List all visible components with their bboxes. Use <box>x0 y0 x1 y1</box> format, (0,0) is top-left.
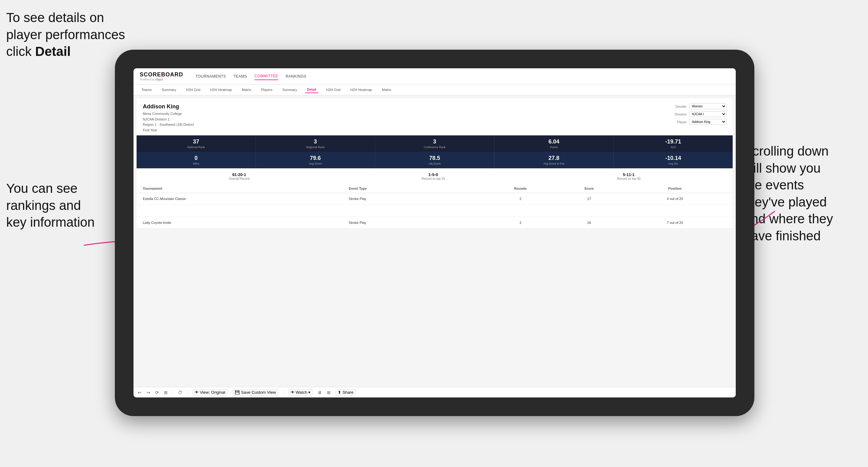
grid-icon[interactable]: ⊞ <box>327 390 331 395</box>
division-select[interactable]: NJCAA I NJCAA II <box>689 111 726 117</box>
subnav-h2h-heatmap[interactable]: H2H Heatmap <box>208 87 234 93</box>
avg-sg-value: -10.14 <box>616 155 730 161</box>
gender-select[interactable]: Women Men <box>689 103 726 109</box>
record-top50: 5-11-1 Record vs top 50 <box>617 172 641 180</box>
th-score: Score <box>555 187 623 190</box>
subnav-h2h-grid[interactable]: H2H Grid <box>184 87 202 93</box>
th-event: Event Type <box>349 187 486 190</box>
toolbar-separator-1 <box>173 390 173 395</box>
avg-score-label: Avg Score <box>258 162 372 165</box>
logo-area: SCOREBOARD Powered by clippd <box>140 71 183 81</box>
app-header: SCOREBOARD Powered by clippd TOURNAMENTS… <box>133 68 736 85</box>
sos-label: SoS <box>616 146 730 149</box>
wins-label: Wins <box>139 162 253 165</box>
view-original-btn[interactable]: 👁 View: Original <box>192 389 227 396</box>
stat-avg-score-to-par: 27.8 Avg Score to Par <box>495 152 614 168</box>
share-btn[interactable]: ⬆ Share <box>336 389 355 396</box>
td-position-2: 7 out of 20 <box>623 221 726 224</box>
redo-icon[interactable]: ↪ <box>147 390 150 395</box>
record-top25: 1-5-0 Record vs top 25 <box>422 172 445 180</box>
stat-conference-rank: 3 Conference Rank <box>375 135 494 152</box>
clock-icon[interactable]: ⏱ <box>178 390 182 395</box>
sub-nav: Teams Summary H2H Grid H2H Heatmap Matri… <box>133 85 736 95</box>
avg-score-value: 79.6 <box>258 155 372 161</box>
subnav-matrix2[interactable]: Matrix <box>380 87 393 93</box>
stat-avg-sg: -10.14 Avg SG <box>614 152 733 168</box>
record-top25-label: Record vs top 25 <box>422 177 445 180</box>
avg-score-to-par-value: 27.8 <box>497 155 611 161</box>
subnav-summary2[interactable]: Summary <box>281 87 299 93</box>
nav-tournaments[interactable]: TOURNAMENTS <box>195 73 226 80</box>
record-top50-label: Record vs top 50 <box>617 177 641 180</box>
th-rounds: Rounds <box>486 187 555 190</box>
logo-powered: Powered by clippd <box>140 78 183 81</box>
table-row: Estella CC-Mountain Classic Stroke Play … <box>136 193 733 205</box>
nav-rankings[interactable]: RANKINGS <box>286 73 306 80</box>
nav-committee[interactable]: COMMITTEE <box>254 73 278 80</box>
refresh-icon[interactable]: ⟳ <box>155 390 159 395</box>
save-custom-view-btn[interactable]: 💾 Save Custom View <box>232 389 278 396</box>
logo-scoreboard: SCOREBOARD <box>140 71 183 78</box>
conference-rank-value: 3 <box>377 138 491 145</box>
subnav-h2h-grid2[interactable]: H2H Grid <box>324 87 342 93</box>
avg-sg-label: Avg SG <box>616 162 730 165</box>
subnav-players[interactable]: Players <box>259 87 274 93</box>
subnav-detail[interactable]: Detail <box>305 86 318 93</box>
td-score-0: 17 <box>555 197 623 200</box>
player-name: Addison King <box>143 103 194 110</box>
subnav-summary[interactable]: Summary <box>160 87 178 93</box>
gender-row: Gender Women Men <box>670 103 726 109</box>
td-rounds-0: 2 <box>486 197 555 200</box>
td-tournament-0: Estella CC-Mountain Classic <box>143 197 349 200</box>
record-row: 91-20-1 Overall Record 1-5-0 Record vs t… <box>136 168 733 184</box>
stat-sos: -19.71 SoS <box>614 135 733 152</box>
subnav-matrix[interactable]: Matrix <box>240 87 253 93</box>
sos-value: -19.71 <box>616 138 730 145</box>
td-event-0: Stroke Play <box>349 197 486 200</box>
overall-record-label: Overall Record <box>229 177 250 180</box>
tablet-screen: SCOREBOARD Powered by clippd TOURNAMENTS… <box>133 68 736 398</box>
table-row-2: Lady Coyote Invite Stroke Play 2 16 7 ou… <box>136 217 733 228</box>
td-tournament-2: Lady Coyote Invite <box>143 221 349 224</box>
undo-icon[interactable]: ↩ <box>138 390 142 395</box>
player-region: Region 1 - Southwest (18) District <box>143 122 194 128</box>
stat-adj-score: 78.5 Adj Score <box>375 152 494 168</box>
stat-points: 6.04 Points <box>495 135 614 152</box>
watch-btn[interactable]: 👁 Watch ▾ <box>288 389 313 396</box>
points-value: 6.04 <box>497 138 611 145</box>
overall-record-value: 91-20-1 <box>229 172 250 177</box>
wins-value: 0 <box>139 155 253 161</box>
player-select[interactable]: Addison King <box>689 119 726 125</box>
td-event-2: Stroke Play <box>349 221 486 224</box>
copy-icon[interactable]: ⊞ <box>164 390 168 395</box>
player-row: Player Addison King <box>670 119 726 125</box>
monitor-icon[interactable]: 🖥 <box>318 390 322 395</box>
overall-record: 91-20-1 Overall Record <box>229 172 250 180</box>
subnav-h2h-heatmap2[interactable]: H2H Heatmap <box>349 87 374 93</box>
gender-label: Gender <box>670 105 687 108</box>
national-rank-label: National Rank <box>139 146 253 149</box>
stats-row-2: 0 Wins 79.6 Avg Score 78.5 Adj Score 27.… <box>136 152 733 168</box>
stat-regional-rank: 3 Regional Rank <box>256 135 375 152</box>
nav-teams[interactable]: TEAMS <box>234 73 247 80</box>
player-label: Player <box>670 120 687 124</box>
main-nav: TOURNAMENTS TEAMS COMMITTEE RANKINGS <box>195 73 306 80</box>
td-score-2: 16 <box>555 221 623 224</box>
content-area: Addison King Mesa Community College NJCA… <box>133 95 736 387</box>
annotation-bottom-left: You can see rankings and key information <box>6 180 124 231</box>
stats-row-1: 37 National Rank 3 Regional Rank 3 Confe… <box>136 135 733 152</box>
tablet-frame: SCOREBOARD Powered by clippd TOURNAMENTS… <box>115 50 754 416</box>
bottom-toolbar: ↩ ↪ ⟳ ⊞ ⏱ 👁 View: Original 💾 Save Custom… <box>133 387 736 398</box>
table-row-empty <box>136 205 733 217</box>
td-rounds-2: 2 <box>486 221 555 224</box>
record-top25-value: 1-5-0 <box>422 172 445 177</box>
points-label: Points <box>497 146 611 149</box>
adj-score-value: 78.5 <box>377 155 491 161</box>
national-rank-value: 37 <box>139 138 253 145</box>
player-school: Mesa Community College <box>143 111 194 117</box>
table-header: Tournament Event Type Rounds Score Posit… <box>136 184 733 193</box>
stat-avg-score: 79.6 Avg Score <box>256 152 375 168</box>
subnav-teams[interactable]: Teams <box>140 87 153 93</box>
player-info-right: Gender Women Men Division NJCAA I NJCAA … <box>670 103 726 125</box>
stat-wins: 0 Wins <box>136 152 256 168</box>
